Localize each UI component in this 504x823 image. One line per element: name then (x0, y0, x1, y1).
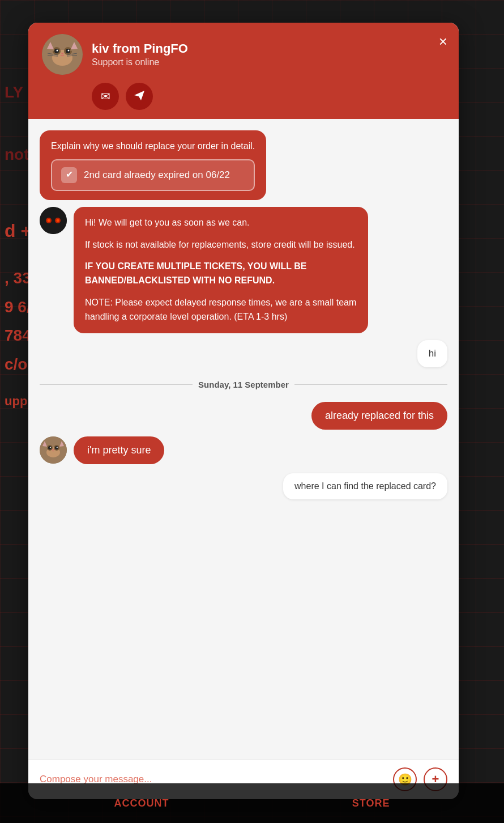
telegram-button[interactable] (126, 83, 153, 110)
message-im-pretty-sure: i'm pretty sure (40, 436, 447, 464)
bot-avatar (40, 207, 67, 234)
agent-avatar-small (40, 436, 67, 464)
agent-name: kiv from PingFO (92, 41, 445, 56)
agent-avatar-header (42, 34, 83, 75)
svg-point-26 (48, 446, 52, 449)
svg-point-17 (40, 207, 67, 234)
svg-point-20 (48, 219, 50, 222)
header-actions: ✉ (92, 83, 445, 110)
date-divider: Sunday, 11 September (40, 380, 447, 389)
header-info: kiv from PingFO Support is online (92, 41, 445, 67)
bubble-im-pretty-sure: i'm pretty sure (74, 436, 164, 464)
checkbox-expired-card: ✔ 2nd card alraedy expired on 06/22 (51, 159, 255, 191)
email-button[interactable]: ✉ (92, 83, 119, 110)
divider-line-right (294, 384, 447, 385)
bubble-bot-text: Hi! We will get to you as soon as we can… (74, 207, 368, 333)
checkbox-text: 2nd card alraedy expired on 06/22 (84, 168, 230, 183)
svg-point-21 (57, 219, 59, 222)
svg-point-7 (68, 50, 70, 52)
chat-header: kiv from PingFO Support is online × ✉ (28, 23, 459, 119)
svg-point-29 (57, 447, 58, 448)
bubble-where-find: where I can find the replaced card? (283, 473, 447, 499)
message-hi: hi (40, 340, 447, 367)
bubble-already-replaced: already replaced for this (311, 402, 447, 430)
message-bot-response: Hi! We will get to you as soon as we can… (40, 207, 447, 333)
nav-account[interactable]: ACCOUNT (114, 797, 169, 809)
chat-body: Explain why we should replace your order… (28, 119, 459, 759)
close-button[interactable]: × (439, 34, 447, 49)
check-icon: ✔ (61, 167, 77, 183)
bubble-explain-text: Explain why we should replace your order… (40, 130, 266, 200)
svg-point-27 (55, 446, 58, 449)
bubble-hi: hi (417, 340, 447, 367)
svg-point-28 (50, 447, 51, 448)
message-explain-prompt: Explain why we should replace your order… (40, 130, 447, 200)
message-already-replaced: already replaced for this (40, 402, 447, 430)
telegram-icon (133, 89, 146, 104)
agent-status: Support is online (92, 57, 445, 67)
nav-store[interactable]: STORE (352, 797, 390, 809)
date-text: Sunday, 11 September (198, 380, 289, 389)
svg-point-6 (57, 50, 58, 52)
chat-modal: kiv from PingFO Support is online × ✉ (28, 23, 459, 799)
message-where-find: where I can find the replaced card? (40, 473, 447, 499)
divider-line-left (40, 384, 193, 385)
bottom-nav: ACCOUNT STORE (0, 783, 504, 823)
email-icon: ✉ (101, 90, 110, 103)
